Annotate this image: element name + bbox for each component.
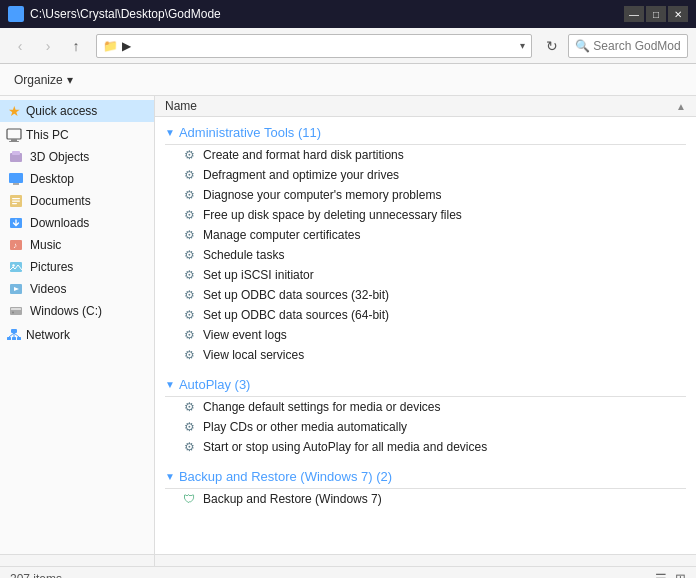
refresh-button[interactable]: ↻ <box>540 34 564 58</box>
settings-icon: ⚙ <box>181 147 197 163</box>
sidebar-item-windows-c[interactable]: Windows (C:) <box>0 300 154 322</box>
address-dropdown-arrow[interactable]: ▾ <box>520 40 525 51</box>
organize-button[interactable]: Organize ▾ <box>8 69 79 91</box>
item-label: View event logs <box>203 328 287 342</box>
sidebar-item-desktop[interactable]: Desktop <box>0 168 154 190</box>
network-label: Network <box>26 328 70 342</box>
organize-label: Organize <box>14 73 63 87</box>
content-area: Name ▲ ▼ Administrative Tools (11) ⚙ Cre… <box>155 96 696 554</box>
this-pc-label: This PC <box>26 128 69 142</box>
autoplay-chevron[interactable]: ▼ <box>165 379 175 390</box>
list-item[interactable]: ⚙ Start or stop using AutoPlay for all m… <box>155 437 696 457</box>
svg-rect-19 <box>11 308 21 310</box>
item-label: Schedule tasks <box>203 248 284 262</box>
list-item[interactable]: ⚙ View event logs <box>155 325 696 345</box>
sidebar-item-downloads[interactable]: Downloads <box>0 212 154 234</box>
details-view-icon[interactable]: ⊞ <box>675 571 686 578</box>
list-item[interactable]: ⚙ View local services <box>155 345 696 365</box>
music-label: Music <box>30 238 61 252</box>
item-label: Set up iSCSI initiator <box>203 268 314 282</box>
list-item[interactable]: ⚙ Play CDs or other media automatically <box>155 417 696 437</box>
item-label: Set up ODBC data sources (64-bit) <box>203 308 389 322</box>
up-button[interactable]: ↑ <box>64 34 88 58</box>
main-container: ★ Quick access This PC <box>0 96 696 554</box>
back-button[interactable]: ‹ <box>8 34 32 58</box>
item-label: Play CDs or other media automatically <box>203 420 407 434</box>
3d-objects-icon <box>8 149 24 165</box>
list-view-icon[interactable]: ☰ <box>655 571 667 578</box>
sidebar-item-quick-access[interactable]: ★ Quick access <box>0 100 154 122</box>
item-label: Defragment and optimize your drives <box>203 168 399 182</box>
window-icon <box>8 6 24 22</box>
svg-rect-6 <box>13 183 19 185</box>
svg-line-25 <box>9 333 14 337</box>
h-scrollbar[interactable] <box>155 555 696 566</box>
svg-point-15 <box>12 264 14 266</box>
collapse-button[interactable]: ▲ <box>676 101 686 112</box>
backup-restore-chevron[interactable]: ▼ <box>165 471 175 482</box>
sidebar-item-pictures[interactable]: Pictures <box>0 256 154 278</box>
status-bar-right: ☰ ⊞ <box>655 571 686 578</box>
list-item[interactable]: ⚙ Set up ODBC data sources (64-bit) <box>155 305 696 325</box>
name-column-header: Name <box>165 99 197 113</box>
list-item[interactable]: ⚙ Schedule tasks <box>155 245 696 265</box>
list-item[interactable]: ⚙ Free up disk space by deleting unneces… <box>155 205 696 225</box>
pictures-icon <box>8 259 24 275</box>
sidebar-item-documents[interactable]: Documents <box>0 190 154 212</box>
list-item[interactable]: ⚙ Set up iSCSI initiator <box>155 265 696 285</box>
settings-icon: ⚙ <box>181 247 197 263</box>
maximize-button[interactable]: □ <box>646 6 666 22</box>
list-item[interactable]: ⚙ Defragment and optimize your drives <box>155 165 696 185</box>
category-autoplay: ▼ AutoPlay (3) ⚙ Change default settings… <box>155 369 696 461</box>
sidebar-item-this-pc[interactable]: This PC <box>0 124 154 146</box>
svg-rect-10 <box>12 203 17 204</box>
svg-rect-24 <box>12 337 16 340</box>
svg-rect-0 <box>7 129 21 139</box>
svg-rect-4 <box>12 151 20 155</box>
item-label: Set up ODBC data sources (32-bit) <box>203 288 389 302</box>
settings-icon: ⚙ <box>181 187 197 203</box>
admin-tools-title: Administrative Tools (11) <box>179 125 321 140</box>
h-scrollbar-area <box>0 554 696 566</box>
list-item[interactable]: ⚙ Change default settings for media or d… <box>155 397 696 417</box>
backup-restore-title: Backup and Restore (Windows 7) (2) <box>179 469 392 484</box>
category-admin-tools-header[interactable]: ▼ Administrative Tools (11) <box>155 121 696 144</box>
list-item[interactable]: ⚙ Manage computer certificates <box>155 225 696 245</box>
quick-access-icon: ★ <box>6 103 22 119</box>
svg-text:♪: ♪ <box>13 241 17 250</box>
list-item[interactable]: ⚙ Set up ODBC data sources (32-bit) <box>155 285 696 305</box>
minimize-button[interactable]: — <box>624 6 644 22</box>
list-item[interactable]: ⚙ Create and format hard disk partitions <box>155 145 696 165</box>
item-label: Free up disk space by deleting unnecessa… <box>203 208 462 222</box>
this-pc-icon <box>6 127 22 143</box>
3d-objects-label: 3D Objects <box>30 150 89 164</box>
documents-label: Documents <box>30 194 91 208</box>
address-bar[interactable]: 📁 ▶ ▾ <box>96 34 532 58</box>
item-label: Create and format hard disk partitions <box>203 148 404 162</box>
list-item[interactable]: ⚙ Diagnose your computer's memory proble… <box>155 185 696 205</box>
settings-icon: ⚙ <box>181 287 197 303</box>
backup-icon: 🛡 <box>181 491 197 507</box>
sidebar-section-quick-access: ★ Quick access <box>0 100 154 122</box>
window-title: C:\Users\Crystal\Desktop\GodMode <box>30 7 221 21</box>
item-count: 207 items <box>10 572 62 579</box>
forward-button[interactable]: › <box>36 34 60 58</box>
sidebar-item-videos[interactable]: Videos <box>0 278 154 300</box>
sidebar-item-network[interactable]: Network <box>0 324 154 346</box>
documents-icon <box>8 193 24 209</box>
svg-point-20 <box>12 312 14 314</box>
settings-icon: ⚙ <box>181 439 197 455</box>
list-item[interactable]: 🛡 Backup and Restore (Windows 7) <box>155 489 696 509</box>
item-label: Backup and Restore (Windows 7) <box>203 492 382 506</box>
videos-label: Videos <box>30 282 66 296</box>
search-input[interactable] <box>568 34 688 58</box>
sidebar-item-music[interactable]: ♪ Music <box>0 234 154 256</box>
admin-tools-chevron[interactable]: ▼ <box>165 127 175 138</box>
category-backup-restore-header[interactable]: ▼ Backup and Restore (Windows 7) (2) <box>155 465 696 488</box>
settings-icon: ⚙ <box>181 399 197 415</box>
item-label: Diagnose your computer's memory problems <box>203 188 441 202</box>
close-button[interactable]: ✕ <box>668 6 688 22</box>
category-autoplay-header[interactable]: ▼ AutoPlay (3) <box>155 373 696 396</box>
sidebar-item-3d-objects[interactable]: 3D Objects <box>0 146 154 168</box>
downloads-icon <box>8 215 24 231</box>
